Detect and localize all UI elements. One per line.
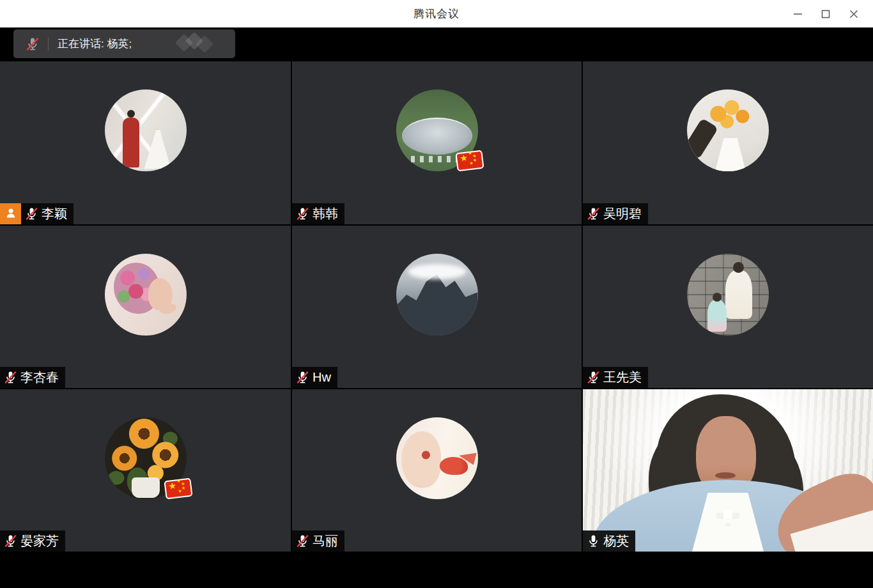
avatar-flower-bouquet [687,89,769,171]
close-icon [849,10,858,19]
participant-name-label: 王先美 [583,367,648,388]
meeting-window: 腾讯会议 正在讲话: 杨英; [0,0,873,588]
participant-tile-5[interactable]: Hw [292,226,582,388]
avatar-sunflowers: ★★★★★ [105,417,187,499]
avatar-fast-telescope: ★★★★★ [396,89,478,171]
participant-name-label: 吴明碧 [583,203,648,224]
avatar-mother-and-child [687,254,769,336]
participant-label-row: 李杏春 [0,367,65,388]
muted-mic-icon [586,206,601,221]
participant-tile-7[interactable]: ★★★★★ 晏家芳 [0,389,291,552]
participant-label-row: Hw [292,367,337,388]
host-badge [0,203,21,224]
speaking-indicator: 正在讲话: 杨英; [13,29,235,58]
active-mic-icon [586,534,601,548]
close-button[interactable] [840,0,868,27]
muted-mic-icon [295,370,310,385]
speaking-label: 正在讲话: 杨英; [58,36,132,51]
participant-label-row: 王先美 [583,367,648,388]
participant-name-label: 李颖 [21,203,73,224]
participant-tile-4[interactable]: 李杏春 [0,226,291,388]
maximize-button[interactable] [812,0,840,27]
minimize-button[interactable] [784,0,812,27]
maximize-icon [821,10,830,19]
titlebar: 腾讯会议 [0,0,873,27]
muted-mic-icon [295,206,310,221]
participant-label-row: 杨英 [583,530,635,552]
muted-mic-icon [3,370,18,385]
participant-name: 吴明碧 [603,205,642,222]
muted-mic-icon [25,36,40,52]
speaker-bow [723,511,732,518]
participant-name: 晏家芳 [20,532,59,550]
participant-name-label: 晏家芳 [0,530,65,552]
minimize-icon [793,9,803,19]
participant-name-label: 韩韩 [292,203,344,224]
participant-tile-8[interactable]: 马丽 [292,389,582,552]
avatar-wedding-photo [105,89,187,171]
toast-divider [48,37,49,51]
participant-label-row: 晏家芳 [0,530,65,552]
participant-label-row: 吴明碧 [583,203,648,224]
meeting-logo-watermark [178,34,220,54]
participant-name: 马丽 [313,532,338,550]
window-title: 腾讯会议 [413,6,460,21]
participant-tile-1[interactable]: 李颖 [0,61,291,224]
participant-tile-3[interactable]: 吴明碧 [583,61,873,224]
participant-tile-9-live-video[interactable]: 杨英 [583,389,873,552]
participant-label-row: 李颖 [0,203,73,224]
avatar-flower-hair-portrait [105,254,187,336]
china-flag-badge: ★★★★★ [455,150,484,172]
participant-name: 杨英 [603,532,629,550]
muted-mic-icon [24,206,39,221]
muted-mic-icon [295,534,310,548]
participant-name-label: 杨英 [583,530,635,552]
participant-name-label: 李杏春 [0,367,65,388]
person-icon [4,206,17,222]
participant-tile-6[interactable]: 王先美 [583,226,873,388]
participant-name: 李颖 [42,205,67,222]
china-flag-badge: ★★★★★ [164,478,192,500]
participant-label-row: 韩韩 [292,203,344,224]
participant-grid: 李颖 ★★★★★ 韩韩 [0,61,873,552]
participant-label-row: 马丽 [292,530,344,552]
participant-name-label: Hw [292,367,337,388]
avatar-mountain-peak [396,254,478,336]
participant-name: Hw [313,370,331,385]
window-controls [784,0,868,27]
avatar-goldfish-illustration [396,417,478,499]
participant-name-label: 马丽 [292,530,344,552]
participant-name: 李杏春 [20,369,59,386]
muted-mic-icon [586,370,601,385]
participant-name: 王先美 [603,369,642,386]
participant-name: 韩韩 [313,205,338,222]
participant-tile-2[interactable]: ★★★★★ 韩韩 [292,61,582,224]
meeting-stage: 正在讲话: 杨英; 李颖 [0,27,873,588]
muted-mic-icon [3,534,18,548]
